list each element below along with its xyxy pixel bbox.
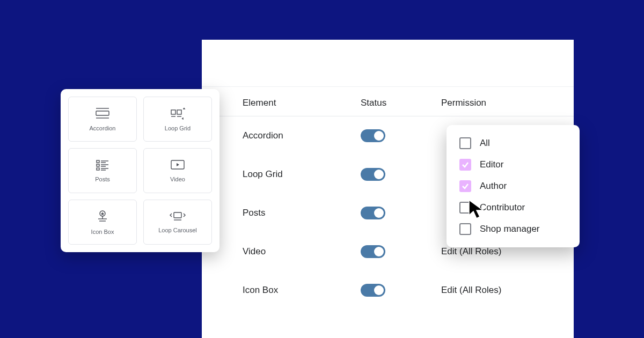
permission-option-label: Author <box>480 181 507 192</box>
widget-item-loop-carousel[interactable]: Loop Carousel <box>143 200 212 245</box>
checkbox-checked[interactable] <box>459 159 471 171</box>
permission-option-label: Contributor <box>480 202 525 213</box>
checkbox[interactable] <box>459 137 471 149</box>
widget-label: Icon Box <box>91 229 114 235</box>
widget-item-video[interactable]: Video <box>143 148 212 193</box>
cell-element: Loop Grid <box>243 169 361 180</box>
permission-dropdown: All Editor Author Contributor Shop manag… <box>447 125 580 247</box>
svg-rect-3 <box>171 110 175 114</box>
widget-item-posts[interactable]: Posts <box>68 148 137 193</box>
column-header-status: Status <box>361 98 441 108</box>
status-toggle[interactable] <box>361 245 385 258</box>
cell-status <box>361 168 441 181</box>
cell-status <box>361 207 441 219</box>
accordion-icon <box>94 107 111 120</box>
panel-toolbar-spacer <box>202 40 574 87</box>
loop-carousel-icon <box>169 211 187 222</box>
permission-option-editor[interactable]: Editor <box>447 154 580 175</box>
checkbox[interactable] <box>459 202 471 214</box>
svg-rect-23 <box>174 212 181 218</box>
checkbox-checked[interactable] <box>459 180 471 192</box>
permission-option-contributor[interactable]: Contributor <box>447 197 580 218</box>
table-header: Element Status Permission <box>202 87 574 116</box>
posts-icon <box>95 159 110 171</box>
checkbox[interactable] <box>459 223 471 235</box>
cell-element: Video <box>243 246 361 257</box>
widget-label: Posts <box>95 176 110 182</box>
svg-rect-13 <box>97 168 99 170</box>
svg-marker-17 <box>177 163 179 166</box>
status-toggle[interactable] <box>361 129 385 142</box>
column-header-permission: Permission <box>441 98 552 108</box>
cell-permission[interactable]: Edit (All Roles) <box>441 246 552 257</box>
svg-rect-1 <box>96 111 109 115</box>
column-header-element: Element <box>243 98 361 108</box>
cell-element: Icon Box <box>243 285 361 296</box>
cell-permission[interactable]: Edit (All Roles) <box>441 285 552 296</box>
video-icon <box>170 159 186 171</box>
widget-label: Video <box>170 176 185 182</box>
loop-grid-icon <box>169 107 186 120</box>
permission-option-label: Editor <box>480 159 503 170</box>
widget-label: Accordion <box>90 125 116 131</box>
cell-status <box>361 245 441 258</box>
icon-box-icon <box>96 209 109 223</box>
widget-item-accordion[interactable]: Accordion <box>68 97 137 142</box>
permission-option-shop-manager[interactable]: Shop manager <box>447 218 580 240</box>
cell-status <box>361 129 441 142</box>
svg-rect-7 <box>97 160 99 163</box>
permission-option-all[interactable]: All <box>447 133 580 154</box>
svg-rect-10 <box>97 164 99 166</box>
status-toggle[interactable] <box>361 168 385 181</box>
permission-option-label: All <box>480 138 490 149</box>
widget-item-icon-box[interactable]: Icon Box <box>68 200 137 245</box>
widget-label: Loop Grid <box>165 125 191 131</box>
svg-marker-19 <box>101 212 105 216</box>
cell-element: Posts <box>243 208 361 218</box>
permission-option-author[interactable]: Author <box>447 175 580 197</box>
status-toggle[interactable] <box>361 207 385 219</box>
cell-status <box>361 284 441 297</box>
svg-rect-4 <box>177 110 181 114</box>
widget-label: Loop Carousel <box>158 227 197 233</box>
status-toggle[interactable] <box>361 284 385 297</box>
table-row: Icon Box Edit (All Roles) <box>243 271 552 310</box>
widget-library-card: Accordion Loop Grid Posts Video <box>61 89 219 252</box>
cell-element: Accordion <box>243 130 361 141</box>
permission-option-label: Shop manager <box>480 224 540 234</box>
widget-item-loop-grid[interactable]: Loop Grid <box>143 97 212 142</box>
